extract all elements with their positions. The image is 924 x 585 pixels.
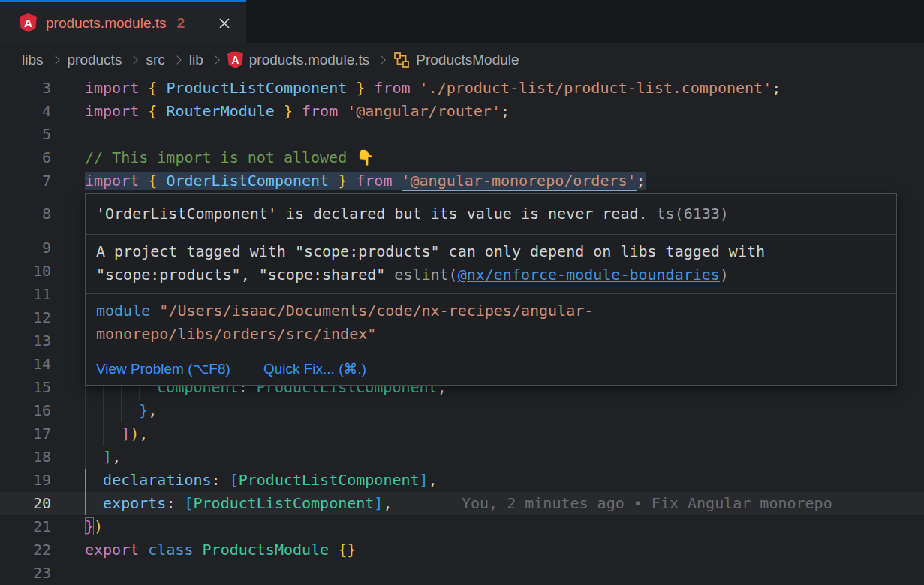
code-line-19[interactable]: declarations: [ProductListComponent], — [0, 469, 924, 492]
tab-bar: A products.module.ts 2 — [0, 0, 924, 44]
git-blame-annotation: You, 2 minutes ago • Fix Angular monorep… — [462, 492, 832, 515]
quick-fix-button[interactable]: Quick Fix... (⌘.) — [263, 360, 366, 378]
code-line-21[interactable]: }) — [0, 515, 924, 538]
error-hover-popup: 'OrderListComponent' is declared but its… — [85, 194, 897, 386]
code-line-17[interactable]: ]), — [0, 422, 924, 446]
breadcrumb-item-products-module-ts[interactable]: Aproducts.module.ts — [227, 51, 370, 68]
tab-title: products.module.ts — [46, 15, 167, 32]
eslint-error-message: A project tagged with "scope:products" c… — [86, 234, 896, 293]
code-line-6[interactable]: // This import is not allowed 👇 — [0, 146, 924, 170]
close-icon[interactable] — [215, 14, 234, 33]
chevron-right-icon — [130, 56, 138, 64]
angular-icon: A — [20, 14, 37, 32]
code-line-4[interactable]: import { RouterModule } from '@angular/r… — [0, 100, 924, 123]
ts-error-code: ts(6133) — [657, 205, 729, 223]
code-line-5[interactable] — [0, 123, 924, 146]
breadcrumb-item-libs[interactable]: libs — [22, 52, 44, 68]
svg-text:A: A — [24, 16, 32, 29]
svg-text:A: A — [231, 54, 239, 66]
chevron-right-icon — [211, 56, 219, 64]
view-problem-button[interactable]: View Problem (⌥F8) — [96, 360, 230, 378]
chevron-right-icon — [378, 56, 386, 64]
code-line-16[interactable]: }, — [0, 399, 924, 422]
class-symbol-icon — [393, 52, 410, 68]
breadcrumb-item-lib[interactable]: lib — [189, 52, 203, 68]
tab-products-module[interactable]: A products.module.ts 2 — [0, 0, 246, 44]
code-line-22[interactable]: export class ProductsModule {} — [0, 538, 924, 562]
code-line-18[interactable]: ], — [0, 446, 924, 469]
code-line-20[interactable]: exports: [ProductListComponent],You, 2 m… — [0, 492, 924, 515]
breadcrumb-item-products[interactable]: products — [68, 52, 122, 68]
module-keyword: module — [96, 302, 150, 320]
chevron-right-icon — [51, 56, 59, 64]
tab-problem-count: 2 — [177, 15, 185, 32]
hover-actions: View Problem (⌥F8) Quick Fix... (⌘.) — [86, 352, 896, 385]
breadcrumb: libsproductssrclibAproducts.module.tsPro… — [0, 44, 924, 76]
angular-icon: A — [227, 51, 243, 68]
vscode-window: A products.module.ts 2 libsproductssrcli… — [0, 0, 924, 585]
eslint-rule-link[interactable]: @nx/enforce-module-boundaries — [458, 266, 720, 284]
module-path-info: module "/Users/isaac/Documents/code/nx-r… — [86, 293, 896, 352]
breadcrumb-item-productsmodule[interactable]: ProductsModule — [393, 52, 519, 68]
code-line-23[interactable] — [0, 562, 924, 585]
code-line-3[interactable]: import { ProductListComponent } from './… — [0, 76, 924, 100]
ts-error-message: 'OrderListComponent' is declared but its… — [86, 194, 896, 234]
breadcrumb-item-src[interactable]: src — [146, 52, 164, 68]
chevron-right-icon — [173, 56, 181, 64]
